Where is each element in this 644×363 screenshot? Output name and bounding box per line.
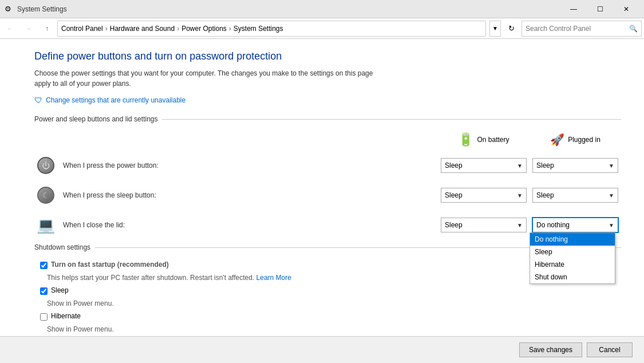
fast-startup-checkbox[interactable]: [40, 262, 48, 269]
power-button-row: When I press the power button: Sleep ▼ S…: [34, 154, 621, 177]
dropdown-option-hibernate[interactable]: Hibernate: [530, 258, 615, 271]
breadcrumb-power-options[interactable]: Power Options: [181, 25, 227, 33]
window-title: System Settings: [17, 5, 560, 13]
sleep-battery-dropdown-arrow: ▼: [517, 192, 523, 199]
battery-header: 🔋 On battery: [438, 132, 530, 147]
cancel-button[interactable]: Cancel: [587, 342, 633, 357]
battery-label: On battery: [477, 136, 509, 144]
plugged-header: 🚀 Plugged in: [530, 133, 621, 147]
sleep-sub: Show in Power menu.: [34, 299, 621, 307]
power-sleep-label: Power and sleep buttons and lid settings: [34, 115, 157, 123]
hibernate-checkbox[interactable]: [40, 313, 48, 321]
change-settings-label[interactable]: Change settings that are currently unava…: [46, 96, 185, 104]
sleep-row: Sleep: [34, 286, 621, 295]
sleep-label: Sleep: [51, 286, 69, 294]
shutdown-label: Shutdown settings: [34, 243, 90, 251]
power-sleep-section-header: Power and sleep buttons and lid settings: [34, 115, 621, 123]
dropdown-option-sleep[interactable]: Sleep: [530, 246, 615, 258]
breadcrumb-sep-2: ›: [177, 25, 179, 33]
window-controls: — ☐ ✕: [560, 0, 639, 18]
hibernate-label: Hibernate: [51, 312, 81, 320]
lid-battery-dropdown-container: Sleep ▼: [438, 218, 530, 232]
sleep-plugged-dropdown-arrow: ▼: [609, 192, 614, 199]
dropdown-option-do-nothing[interactable]: Do nothing: [530, 233, 615, 246]
address-bar: ← → ↑ Control Panel › Hardware and Sound…: [0, 18, 644, 39]
breadcrumb-hardware-sound[interactable]: Hardware and Sound: [110, 25, 175, 33]
fast-startup-label: Turn on fast startup (recommended): [51, 261, 169, 269]
settings-header-row: 🔋 On battery 🚀 Plugged in: [34, 132, 621, 147]
lid-plugged-dropdown-arrow: ▼: [609, 222, 614, 228]
power-battery-value: Sleep: [445, 161, 463, 169]
search-box: 🔍: [521, 21, 642, 37]
close-button[interactable]: ✕: [613, 0, 639, 18]
search-icon: 🔍: [629, 25, 638, 33]
learn-more-link[interactable]: Learn More: [256, 274, 291, 282]
lid-label: When I close the lid:: [63, 221, 438, 229]
lid-plugged-dropdown-container: Do nothing ▼ Do nothing Sleep Hibernate …: [530, 218, 621, 232]
footer: Save changes Cancel: [0, 336, 644, 363]
sleep-button-icon-container: [34, 184, 57, 207]
lid-plugged-dropdown-menu: Do nothing Sleep Hibernate Shut down: [530, 232, 615, 284]
power-button-icon-container: [34, 154, 57, 177]
breadcrumb-dropdown-button[interactable]: ▼: [489, 21, 501, 37]
window-icon: ⚙: [5, 5, 14, 14]
power-plugged-value: Sleep: [536, 161, 554, 169]
sleep-battery-dropdown-container: Sleep ▼: [438, 188, 530, 203]
change-settings-link[interactable]: 🛡 Change settings that are currently una…: [34, 96, 621, 105]
page-title: Define power buttons and turn on passwor…: [34, 50, 621, 62]
sleep-checkbox[interactable]: [40, 287, 48, 295]
breadcrumb-control-panel[interactable]: Control Panel: [61, 25, 103, 33]
sleep-button-row: When I press the sleep button: Sleep ▼ S…: [34, 184, 621, 207]
lid-battery-dropdown[interactable]: Sleep ▼: [441, 218, 527, 232]
power-battery-dropdown[interactable]: Sleep ▼: [441, 158, 527, 173]
maximize-button[interactable]: ☐: [587, 0, 613, 18]
shield-icon: 🛡: [34, 96, 42, 105]
forward-button[interactable]: →: [21, 21, 37, 37]
power-button-icon: [37, 157, 54, 174]
sleep-plugged-dropdown-container: Sleep ▼: [530, 188, 621, 203]
lid-icon: 💻: [37, 216, 55, 234]
breadcrumb-current: System Settings: [234, 25, 283, 33]
breadcrumb-bar: Control Panel › Hardware and Sound › Pow…: [57, 21, 486, 37]
lid-battery-dropdown-arrow: ▼: [517, 222, 523, 228]
hibernate-row: Hibernate: [34, 312, 621, 321]
main-content: Define power buttons and turn on passwor…: [0, 39, 644, 363]
lid-battery-value: Sleep: [445, 221, 463, 229]
breadcrumb-sep-3: ›: [229, 25, 231, 33]
save-button[interactable]: Save changes: [519, 342, 582, 357]
minimize-button[interactable]: —: [560, 0, 587, 18]
power-plugged-dropdown-container: Sleep ▼: [530, 158, 621, 173]
sleep-button-label: When I press the sleep button:: [63, 191, 438, 199]
dropdown-option-shut-down[interactable]: Shut down: [530, 271, 615, 283]
content-area: Define power buttons and turn on passwor…: [0, 39, 644, 336]
power-plugged-dropdown[interactable]: Sleep ▼: [532, 158, 618, 173]
sleep-plugged-dropdown[interactable]: Sleep ▼: [532, 188, 618, 203]
divider-line-1: [162, 119, 621, 120]
sleep-battery-dropdown[interactable]: Sleep ▼: [441, 188, 527, 203]
lid-plugged-value: Do nothing: [536, 221, 570, 229]
title-bar: ⚙ System Settings — ☐ ✕: [0, 0, 644, 18]
sleep-button-icon: [37, 187, 54, 204]
plugged-label: Plugged in: [568, 136, 600, 144]
lid-icon-container: 💻: [34, 214, 57, 236]
breadcrumb-sep-1: ›: [105, 25, 108, 33]
search-input[interactable]: [526, 25, 629, 33]
hibernate-sub: Show in Power menu.: [34, 325, 621, 333]
battery-icon: 🔋: [458, 132, 473, 147]
up-button[interactable]: ↑: [39, 21, 55, 37]
lid-row: 💻 When I close the lid: Sleep ▼ Do nothi…: [34, 214, 621, 236]
sleep-plugged-value: Sleep: [536, 191, 554, 199]
refresh-button[interactable]: ↻: [503, 21, 519, 37]
plug-icon: 🚀: [550, 133, 564, 147]
back-button[interactable]: ←: [2, 21, 18, 37]
power-button-label: When I press the power button:: [63, 161, 438, 169]
power-battery-dropdown-arrow: ▼: [517, 163, 523, 169]
sleep-battery-value: Sleep: [445, 191, 463, 199]
power-plugged-dropdown-arrow: ▼: [609, 163, 614, 169]
power-battery-dropdown-container: Sleep ▼: [438, 158, 530, 173]
lid-plugged-dropdown[interactable]: Do nothing ▼: [532, 218, 618, 232]
page-description: Choose the power settings that you want …: [34, 68, 389, 89]
